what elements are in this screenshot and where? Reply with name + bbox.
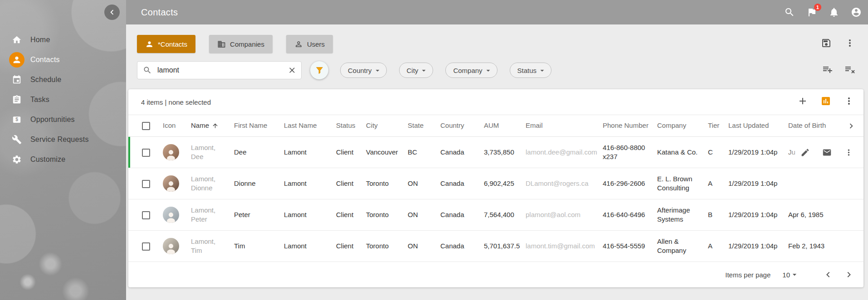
results-card: 4 items | none selected Icon Name First … — [128, 89, 863, 287]
account-icon[interactable] — [851, 7, 862, 18]
sidebar-item-opportunities[interactable]: $ Opportunities — [0, 110, 126, 130]
top-bar: Contacts 1 — [126, 0, 868, 24]
column-header-email[interactable]: Email — [526, 121, 603, 130]
sidebar-item-schedule[interactable]: Schedule — [0, 70, 126, 90]
cell-email: lamont.tim@gmail.com — [526, 242, 603, 251]
sidebar-item-home[interactable]: Home — [0, 30, 126, 50]
wrench-icon — [9, 132, 24, 147]
next-page-button[interactable] — [844, 269, 854, 280]
clear-sort-icon[interactable] — [844, 64, 855, 77]
cell-tier: A — [708, 242, 728, 251]
cell-email: DLamont@rogers.ca — [526, 179, 603, 188]
column-header-phone[interactable]: Phone Number — [603, 121, 657, 130]
cell-city: Vancouver — [366, 148, 408, 157]
row-checkbox[interactable] — [142, 211, 150, 219]
person-icon — [145, 40, 154, 48]
filter-chip-company[interactable]: Company — [445, 63, 497, 78]
contact-avatar — [163, 207, 179, 223]
filter-chip-country[interactable]: Country — [340, 63, 387, 78]
clear-search-icon[interactable] — [288, 66, 297, 75]
previous-page-button[interactable] — [823, 269, 834, 280]
column-header-company[interactable]: Company — [657, 121, 708, 130]
chevron-down-icon — [790, 270, 799, 279]
table-row[interactable]: Lamont, Peter Peter Lamont Client Toront… — [128, 199, 863, 231]
search-input-icon — [143, 66, 152, 75]
search-box[interactable] — [137, 61, 302, 79]
cell-phone: 416-640-6496 — [603, 210, 657, 219]
page-title: Contacts — [141, 7, 178, 18]
save-icon[interactable] — [821, 38, 832, 50]
scroll-columns-right-icon[interactable] — [846, 121, 864, 131]
cell-state: ON — [408, 210, 440, 219]
cell-phone: 416-296-2606 — [603, 179, 657, 188]
cell-dob: Feb 2, 1943 — [788, 242, 846, 251]
column-header-city[interactable]: City — [366, 121, 408, 130]
sidebar-item-label: Schedule — [30, 76, 61, 84]
row-checkbox[interactable] — [142, 180, 150, 188]
column-header-last-name[interactable]: Last Name — [284, 121, 336, 130]
chip-label: Company — [453, 67, 482, 74]
select-all-checkbox[interactable] — [142, 122, 150, 130]
column-header-tier[interactable]: Tier — [708, 121, 728, 130]
filter-chip-status[interactable]: Status — [510, 63, 552, 78]
sidebar-item-label: Customize — [30, 155, 65, 164]
sidebar-collapse-button[interactable] — [104, 5, 120, 20]
items-per-page-select[interactable]: 10 — [782, 270, 799, 279]
row-checkbox[interactable] — [142, 242, 150, 251]
sidebar-item-customize[interactable]: Customize — [0, 150, 126, 169]
sidebar-item-service-requests[interactable]: Service Requests — [0, 130, 126, 150]
column-header-country[interactable]: Country — [440, 121, 484, 130]
cell-name: Lamont, Dee — [191, 143, 234, 162]
sidebar-item-tasks[interactable]: Tasks — [0, 90, 126, 110]
cell-tier: C — [708, 148, 728, 157]
flag-icon[interactable]: 1 — [806, 7, 817, 18]
table-header-row: Icon Name First Name Last Name Status Ci… — [128, 115, 863, 137]
table-row[interactable]: Lamont, Tim Tim Lamont Client Toronto ON… — [128, 231, 863, 262]
search-icon[interactable] — [784, 7, 795, 18]
column-header-first-name[interactable]: First Name — [234, 121, 284, 130]
column-header-name[interactable]: Name — [191, 121, 234, 130]
row-checkbox[interactable] — [142, 149, 150, 157]
cell-last-name: Lamont — [284, 179, 336, 188]
table-more-icon[interactable] — [844, 96, 854, 108]
filter-funnel-button[interactable] — [310, 61, 328, 79]
notification-count-badge: 1 — [814, 4, 821, 11]
row-more-icon[interactable] — [844, 148, 853, 157]
edit-icon[interactable] — [800, 148, 810, 157]
chip-label: Country — [348, 67, 372, 74]
column-header-aum[interactable]: AUM — [484, 121, 526, 130]
tabs-row: *Contacts Companies Users — [137, 35, 862, 53]
column-header-last-updated[interactable]: Last Updated — [728, 121, 788, 130]
table-row[interactable]: Lamont, Dee Dee Lamont Client Vancouver … — [128, 137, 863, 168]
cell-last-name: Lamont — [284, 210, 336, 219]
cell-state: BC — [408, 148, 440, 157]
column-header-status[interactable]: Status — [336, 121, 366, 130]
tab-contacts[interactable]: *Contacts — [137, 35, 195, 53]
cell-last-updated: 1/29/2019 1:04p — [728, 210, 788, 219]
sidebar-item-contacts[interactable]: Contacts — [0, 50, 126, 70]
email-icon[interactable] — [822, 148, 832, 157]
column-header-dob[interactable]: Date of Birth — [788, 121, 846, 130]
bell-icon[interactable] — [829, 7, 839, 18]
cell-name: Lamont, Dionne — [191, 174, 234, 193]
chevron-down-icon — [484, 66, 493, 75]
chart-view-icon[interactable] — [820, 96, 831, 108]
cell-last-name: Lamont — [284, 242, 336, 251]
filter-chip-city[interactable]: City — [399, 63, 434, 78]
pagination: Items per page 10 — [128, 262, 863, 287]
cell-last-updated: 1/29/2019 1:04p — [728, 148, 788, 157]
toolbar-more-icon[interactable] — [844, 38, 855, 50]
cell-phone: 416-554-5559 — [603, 242, 657, 251]
search-input[interactable] — [156, 66, 288, 75]
tab-label: *Contacts — [158, 40, 187, 48]
cell-country: Canada — [440, 210, 484, 219]
table-row[interactable]: Lamont, Dionne Dionne Lamont Client Toro… — [128, 168, 863, 199]
column-header-state[interactable]: State — [408, 121, 440, 130]
cell-company: Katana & Co. — [657, 148, 708, 157]
add-sort-icon[interactable] — [822, 64, 833, 77]
tab-companies[interactable]: Companies — [209, 35, 273, 53]
cell-tier: A — [708, 179, 728, 188]
tab-users[interactable]: Users — [286, 35, 333, 53]
cell-aum: 7,564,400 — [484, 210, 526, 219]
add-contact-icon[interactable] — [797, 96, 808, 108]
